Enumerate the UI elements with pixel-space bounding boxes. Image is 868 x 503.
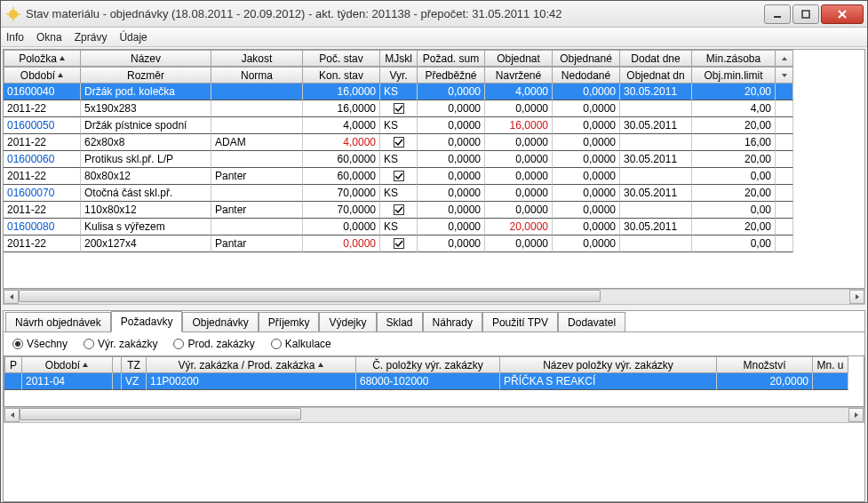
col-obj-min-limit[interactable]: Obj.min.limit bbox=[692, 67, 776, 84]
detail-tabs: Návrh objednávek Požadavky Objednávky Př… bbox=[3, 310, 865, 502]
table-row[interactable]: 2011-22110x80x12Panter70,00000,00000,000… bbox=[4, 202, 864, 219]
col-norma[interactable]: Norma bbox=[211, 67, 303, 84]
svg-point-0 bbox=[9, 10, 18, 19]
detail-mnozstvi: 20,0000 bbox=[717, 373, 813, 390]
checkbox-vyr[interactable] bbox=[380, 168, 418, 185]
dcol-p[interactable]: P bbox=[4, 356, 22, 373]
table-row[interactable]: 2011-225x190x28316,00000,00000,00000,000… bbox=[4, 100, 864, 117]
app-window: Stav materiálu - objednávky (18.08.2011 … bbox=[0, 0, 868, 503]
table-row[interactable]: 01600040Držák pod. kolečka16,0000KS0,000… bbox=[4, 84, 864, 100]
table-row[interactable]: 01600070Otočná část skl.př.70,0000KS0,00… bbox=[4, 185, 864, 202]
radio-kalkulace[interactable]: Kalkulace bbox=[271, 338, 331, 350]
checkbox-vyr[interactable] bbox=[380, 202, 418, 219]
col-scrollhead2[interactable] bbox=[776, 67, 793, 84]
checkbox-vyr[interactable] bbox=[380, 236, 418, 252]
detail-zakazka: 11P00200 bbox=[147, 373, 356, 390]
triangle-up-icon bbox=[781, 55, 788, 62]
detail-blank bbox=[4, 390, 864, 406]
main-hscrollbar[interactable] bbox=[3, 289, 865, 305]
window-title: Stav materiálu - objednávky (18.08.2011 … bbox=[26, 7, 762, 20]
detail-row[interactable]: 2011-04 VZ 11P00200 68000-102000 PŘÍČKA … bbox=[4, 373, 864, 390]
col-objednat[interactable]: Objednat bbox=[485, 50, 553, 67]
radio-vyr-zakazky[interactable]: Výr. zakázky bbox=[84, 338, 157, 350]
close-button[interactable] bbox=[821, 4, 864, 24]
tab-prijemky[interactable]: Příjemky bbox=[259, 312, 320, 331]
col-objednane[interactable]: Objednané bbox=[553, 50, 620, 67]
menu-zpravy[interactable]: Zprávy bbox=[75, 31, 108, 44]
dcol-nazev-polozky[interactable]: Název položky výr. zakázky bbox=[500, 356, 717, 373]
detail-header[interactable]: P Období TZ Výr. zakázka / Prod. zakázka… bbox=[4, 356, 864, 373]
table-row[interactable]: 2011-22200x127x4Pantar0,00000,00000,0000… bbox=[4, 236, 864, 252]
table-row[interactable]: 2011-2262x80x8ADAM4,00000,00000,00000,00… bbox=[4, 134, 864, 151]
sort-up-icon bbox=[317, 362, 324, 369]
col-jakost[interactable]: Jakost bbox=[211, 50, 303, 67]
radio-prod-zakazky[interactable]: Prod. zakázky bbox=[173, 338, 254, 350]
sort-up-icon bbox=[59, 55, 66, 62]
col-pozad-sum[interactable]: Požad. sum bbox=[418, 50, 485, 67]
col-min-zasoba[interactable]: Min.zásoba bbox=[692, 50, 776, 67]
minimize-button[interactable] bbox=[764, 4, 791, 24]
col-rozmer[interactable]: Rozměr bbox=[81, 67, 211, 84]
dcol-sort2[interactable] bbox=[113, 356, 122, 373]
col-obdobi[interactable]: Období bbox=[4, 67, 81, 84]
tab-nahrady[interactable]: Náhrady bbox=[423, 312, 482, 331]
titlebar[interactable]: Stav materiálu - objednávky (18.08.2011 … bbox=[1, 1, 867, 28]
dcol-obdobi[interactable]: Období bbox=[22, 356, 113, 373]
filter-radios: Všechny Výr. zakázky Prod. zakázky Kalku… bbox=[4, 332, 864, 355]
menu-udaje[interactable]: Údaje bbox=[119, 31, 147, 44]
sort-up-icon bbox=[82, 362, 89, 369]
col-nazev[interactable]: Název bbox=[81, 50, 211, 67]
table-row[interactable]: 01600080Kulisa s výřezem0,0000KS0,000020… bbox=[4, 219, 864, 236]
detail-obdobi: 2011-04 bbox=[22, 373, 113, 390]
table-row[interactable]: 2011-2280x80x12Panter60,00000,00000,0000… bbox=[4, 168, 864, 185]
table-row[interactable]: 01600050Držák pístnice spodní4,0000KS0,0… bbox=[4, 117, 864, 134]
col-mjskl[interactable]: MJskl bbox=[380, 50, 418, 67]
col-kon-stav[interactable]: Kon. stav bbox=[303, 67, 380, 84]
detail-tz: VZ bbox=[122, 373, 147, 390]
table-row[interactable]: 01600060Protikus skl.př. L/P60,0000KS0,0… bbox=[4, 151, 864, 168]
col-dodat-dne[interactable]: Dodat dne bbox=[620, 50, 692, 67]
dcol-vyr-zakazka[interactable]: Výr. zakázka / Prod. zakázka bbox=[147, 356, 356, 373]
col-nedodane[interactable]: Nedodané bbox=[553, 67, 620, 84]
menu-info[interactable]: Info bbox=[6, 31, 24, 44]
tab-vydejky[interactable]: Výdejky bbox=[319, 312, 376, 331]
tab-objednavky[interactable]: Objednávky bbox=[182, 312, 258, 331]
maximize-button[interactable] bbox=[792, 4, 819, 24]
triangle-down-icon bbox=[781, 72, 788, 79]
header-row-1[interactable]: Položka Název Jakost Poč. stav MJskl Pož… bbox=[4, 50, 864, 67]
detail-hscrollbar[interactable] bbox=[4, 407, 864, 423]
scroll-left-button[interactable] bbox=[4, 408, 20, 422]
checkbox-vyr[interactable] bbox=[380, 134, 418, 151]
col-poc-stav[interactable]: Poč. stav bbox=[303, 50, 380, 67]
dcol-mn[interactable]: Mn. u bbox=[813, 356, 848, 373]
tab-dodavatel[interactable]: Dodavatel bbox=[558, 312, 625, 331]
dcol-tz[interactable]: TZ bbox=[122, 356, 147, 373]
detail-c-polozky: 68000-102000 bbox=[356, 373, 500, 390]
dcol-mnozstvi[interactable]: Množství bbox=[717, 356, 813, 373]
col-objednat-dn[interactable]: Objednat dn bbox=[620, 67, 692, 84]
tab-navrh-objednavek[interactable]: Návrh objednávek bbox=[5, 312, 111, 331]
col-polozka[interactable]: Položka bbox=[4, 50, 81, 67]
sort-up-icon bbox=[57, 72, 64, 79]
tab-pouziti-tpv[interactable]: Použití TPV bbox=[482, 312, 558, 331]
col-predbezne[interactable]: Předběžné bbox=[418, 67, 485, 84]
scroll-right-button[interactable] bbox=[848, 408, 864, 422]
tab-pozadavky[interactable]: Požadavky bbox=[111, 311, 183, 332]
main-grid[interactable]: Položka Název Jakost Poč. stav MJskl Pož… bbox=[3, 49, 865, 289]
col-navrzene[interactable]: Navržené bbox=[485, 67, 553, 84]
scroll-left-button[interactable] bbox=[4, 290, 19, 304]
header-row-2[interactable]: Období Rozměr Norma Kon. stav Vyr. Předb… bbox=[4, 67, 864, 84]
col-vyr[interactable]: Vyr. bbox=[380, 67, 418, 84]
scroll-right-button[interactable] bbox=[849, 290, 864, 304]
dcol-c-polozky[interactable]: Č. položky výr. zakázky bbox=[356, 356, 500, 373]
radio-vsechny[interactable]: Všechny bbox=[12, 338, 68, 350]
detail-grid[interactable]: P Období TZ Výr. zakázka / Prod. zakázka… bbox=[4, 355, 864, 407]
app-icon bbox=[6, 7, 20, 21]
checkbox-vyr[interactable] bbox=[380, 100, 418, 117]
menu-okna[interactable]: Okna bbox=[36, 31, 62, 44]
col-scrollhead[interactable] bbox=[776, 50, 793, 67]
menubar: Info Okna Zprávy Údaje bbox=[1, 28, 867, 47]
detail-nazev: PŘÍČKA S REAKCÍ bbox=[500, 373, 717, 390]
svg-rect-6 bbox=[802, 11, 809, 18]
tab-sklad[interactable]: Sklad bbox=[377, 312, 423, 331]
